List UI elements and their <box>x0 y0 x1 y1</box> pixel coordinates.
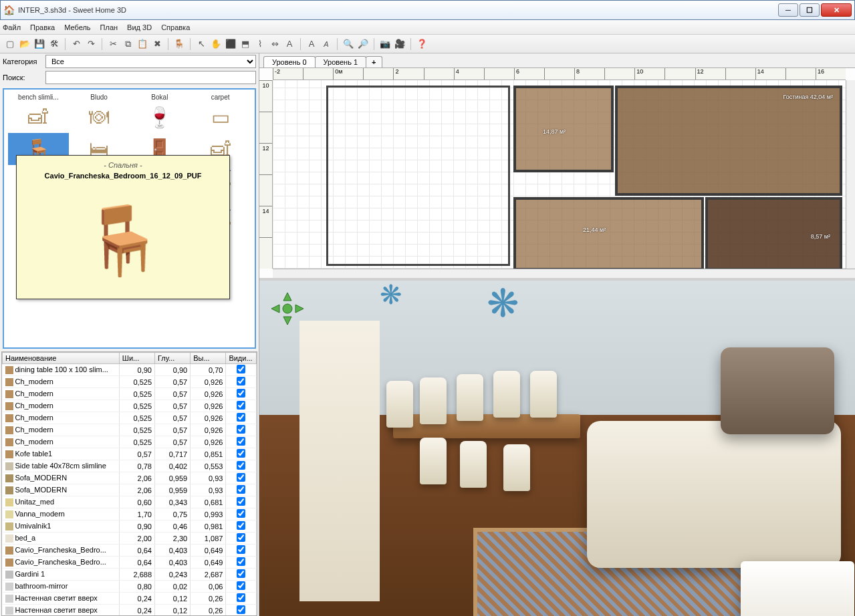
delete-icon[interactable]: ✖ <box>151 38 163 50</box>
menu-edit[interactable]: Правка <box>30 23 55 31</box>
visibility-checkbox[interactable] <box>237 449 245 458</box>
undo-icon[interactable]: ↶ <box>70 38 82 50</box>
add-level-button[interactable]: + <box>366 56 382 67</box>
bold-icon[interactable]: A <box>306 38 318 50</box>
visibility-checkbox[interactable] <box>237 509 245 518</box>
visibility-checkbox[interactable] <box>237 569 245 578</box>
visibility-checkbox[interactable] <box>237 389 245 398</box>
tab-level-0[interactable]: Уровень 0 <box>263 56 316 67</box>
new-icon[interactable]: ▢ <box>4 38 16 50</box>
copy-icon[interactable]: ⧉ <box>122 38 134 50</box>
catalog-item[interactable]: Bludo🍽 <box>69 94 130 133</box>
plan-canvas[interactable]: 14,87 м² Гостиная 42,04 м² 21,44 м² 8,57… <box>273 80 846 269</box>
visibility-checkbox[interactable] <box>237 581 245 590</box>
menu-plan[interactable]: План <box>100 23 118 31</box>
maximize-button[interactable]: ☐ <box>800 3 820 17</box>
room-outline[interactable] <box>326 86 510 266</box>
menu-furniture[interactable]: Мебель <box>64 23 90 31</box>
visibility-checkbox[interactable] <box>237 593 245 602</box>
table-row[interactable]: Ch_modern0,5250,570,926 <box>3 424 257 436</box>
close-button[interactable]: ✕ <box>821 3 852 17</box>
visibility-checkbox[interactable] <box>237 437 245 446</box>
table-row[interactable]: Ch_modern0,5250,570,926 <box>3 388 257 400</box>
save-icon[interactable]: 💾 <box>33 38 45 50</box>
table-row[interactable]: Unitaz_med0,600,3430,681 <box>3 496 257 508</box>
column-header[interactable]: Глу... <box>155 353 191 364</box>
create-photo-icon[interactable]: 📷 <box>379 38 391 50</box>
add-furniture-icon[interactable]: 🪑 <box>173 38 185 50</box>
catalog-item[interactable]: Bokal🍷 <box>130 94 191 133</box>
catalog-item[interactable]: carpet▭ <box>190 94 251 133</box>
table-row[interactable]: Gardini 12,6880,2432,687 <box>3 569 257 581</box>
create-video-icon[interactable]: 🎥 <box>394 38 406 50</box>
menu-file[interactable]: Файл <box>3 23 21 31</box>
table-row[interactable]: Kofe table10,570,7170,851 <box>3 448 257 460</box>
column-header[interactable]: Вы... <box>191 353 226 364</box>
visibility-checkbox[interactable] <box>237 473 245 482</box>
visibility-checkbox[interactable] <box>237 545 245 554</box>
visibility-checkbox[interactable] <box>237 377 245 386</box>
visibility-checkbox[interactable] <box>237 557 245 566</box>
visibility-checkbox[interactable] <box>237 521 245 530</box>
minimize-button[interactable]: ─ <box>778 3 798 17</box>
table-row[interactable]: Cavio_Francheska_Bedro...0,640,4030,649 <box>3 557 257 569</box>
paste-icon[interactable]: 📋 <box>136 38 148 50</box>
table-row[interactable]: Cavio_Francheska_Bedro...0,640,4030,649 <box>3 545 257 557</box>
table-row[interactable]: Ch_modern0,5250,570,926 <box>3 400 257 412</box>
visibility-checkbox[interactable] <box>237 605 245 614</box>
redo-icon[interactable]: ↷ <box>85 38 97 50</box>
table-row[interactable]: Umivalnik10,900,460,981 <box>3 520 257 532</box>
table-row[interactable]: Side table 40x78cm slimline0,780,4020,55… <box>3 460 257 472</box>
table-row[interactable]: dining table 100 x 100 slim...0,900,900,… <box>3 364 257 376</box>
create-rooms-icon[interactable]: ⬒ <box>239 38 251 50</box>
room-living[interactable]: Гостиная 42,04 м² <box>615 86 842 196</box>
visibility-checkbox[interactable] <box>237 533 245 542</box>
tab-level-1[interactable]: Уровень 1 <box>315 56 367 67</box>
preferences-icon[interactable]: 🛠 <box>48 38 60 50</box>
plan-view[interactable]: Уровень 0 Уровень 1 + 🔒 -20м246810121416… <box>259 53 855 281</box>
table-row[interactable]: bathroom-mirror0,800,020,06 <box>3 581 257 593</box>
table-row[interactable]: Настенная светит вверх0,240,120,26 <box>3 593 257 605</box>
cut-icon[interactable]: ✂ <box>107 38 119 50</box>
column-header[interactable]: Наименование <box>3 353 120 364</box>
visibility-checkbox[interactable] <box>237 485 245 494</box>
table-row[interactable]: Ch_modern0,5250,570,926 <box>3 436 257 448</box>
column-header[interactable]: Ши... <box>119 353 154 364</box>
pan-icon[interactable]: ✋ <box>210 38 222 50</box>
room[interactable]: 8,57 м² <box>705 197 842 271</box>
help-icon[interactable]: ❓ <box>416 38 428 50</box>
table-row[interactable]: Vanna_modern1,700,750,993 <box>3 508 257 520</box>
table-row[interactable]: Sofa_MODERN2,060,9590,93 <box>3 484 257 496</box>
visibility-checkbox[interactable] <box>237 365 245 373</box>
catalog-item[interactable]: bench slimli...🛋 <box>8 94 69 133</box>
visibility-checkbox[interactable] <box>237 497 245 506</box>
category-select[interactable]: Все <box>45 55 256 68</box>
menu-help[interactable]: Справка <box>161 23 190 31</box>
table-row[interactable]: bed_a2,002,301,087 <box>3 532 257 545</box>
table-row[interactable]: Ch_modern0,5250,570,926 <box>3 376 257 388</box>
visibility-checkbox[interactable] <box>237 461 245 470</box>
visibility-checkbox[interactable] <box>237 401 245 410</box>
table-row[interactable]: Ch_modern0,5250,570,926 <box>3 412 257 424</box>
create-text-icon[interactable]: A <box>283 38 295 50</box>
plan-scrollbar-h[interactable] <box>273 269 855 278</box>
column-header[interactable]: Види... <box>226 353 257 364</box>
zoom-in-icon[interactable]: 🔎 <box>357 38 369 50</box>
menu-view3d[interactable]: Вид 3D <box>127 23 152 31</box>
navigation-arrows[interactable] <box>269 290 306 327</box>
visibility-checkbox[interactable] <box>237 425 245 434</box>
table-row[interactable]: Sofa_MODERN2,060,9590,93 <box>3 472 257 484</box>
table-row[interactable]: Настенная светит вверх0,240,120,26 <box>3 605 257 617</box>
plan-scrollbar-v[interactable] <box>846 80 855 269</box>
open-icon[interactable]: 📂 <box>19 38 31 50</box>
create-dimensions-icon[interactable]: ⇔ <box>269 38 281 50</box>
room[interactable]: 21,44 м² <box>513 197 704 271</box>
room[interactable]: 14,87 м² <box>513 86 614 172</box>
furniture-list[interactable]: НаименованиеШи...Глу...Вы...Види... dini… <box>1 351 257 616</box>
furniture-catalog[interactable]: bench slimli...🛋Bludo🍽Bokal🍷carpet▭🪑Ca..… <box>3 88 256 349</box>
select-icon[interactable]: ↖ <box>195 38 207 50</box>
zoom-out-icon[interactable]: 🔍 <box>342 38 354 50</box>
view-3d[interactable]: ❋ ❋ <box>259 281 855 616</box>
create-polylines-icon[interactable]: ⌇ <box>254 38 266 50</box>
search-input[interactable] <box>45 71 256 84</box>
